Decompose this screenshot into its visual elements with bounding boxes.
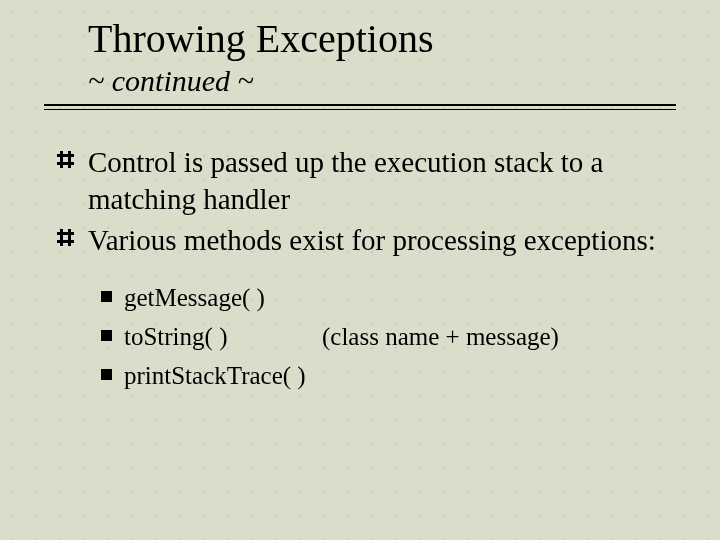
- list-item: toString( ) (class name + message): [124, 318, 676, 357]
- title-divider: [44, 104, 676, 110]
- sub-item-label: printStackTrace( ): [124, 357, 322, 396]
- list-item: Various methods exist for processing exc…: [88, 222, 676, 395]
- square-bullet-icon: [101, 330, 112, 341]
- square-bullet-icon: [101, 369, 112, 380]
- slide-title: Throwing Exceptions: [88, 16, 676, 62]
- sub-item-label: getMessage( ): [124, 279, 322, 318]
- slide-subtitle: ~ continued ~: [88, 64, 676, 98]
- hash-bullet-icon: [57, 229, 74, 246]
- square-bullet-icon: [101, 291, 112, 302]
- slide: Throwing Exceptions ~ continued ~ Contro…: [0, 0, 720, 396]
- sub-bullet-list: getMessage( ) toString( ) (class name + …: [124, 279, 676, 395]
- list-item-text: Various methods exist for processing exc…: [88, 224, 656, 256]
- sub-item-note: (class name + message): [322, 318, 559, 357]
- hash-bullet-icon: [57, 151, 74, 168]
- divider-thick: [44, 104, 676, 106]
- divider-thin: [44, 109, 676, 110]
- main-bullet-list: Control is passed up the execution stack…: [88, 144, 676, 396]
- list-item: Control is passed up the execution stack…: [88, 144, 676, 218]
- sub-item-label: toString( ): [124, 318, 322, 357]
- list-item: getMessage( ): [124, 279, 676, 318]
- list-item: printStackTrace( ): [124, 357, 676, 396]
- list-item-text: Control is passed up the execution stack…: [88, 146, 603, 215]
